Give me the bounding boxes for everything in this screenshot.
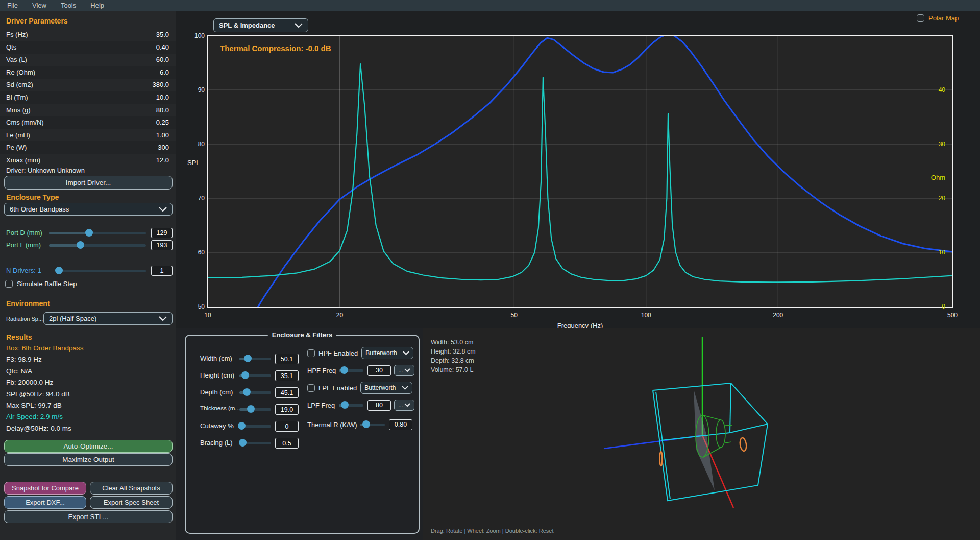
param-row-bl[interactable]: Bl (Tm)10.0 (0, 91, 176, 104)
clear-snapshots-button[interactable]: Clear All Snapshots (90, 482, 173, 495)
dim-slider[interactable] (239, 353, 271, 365)
dim-value[interactable]: 45.1 (275, 387, 299, 398)
param-label: Xmax (mm) (6, 156, 40, 164)
enclosure-3d-view[interactable]: Width: 53.0 cmHeight: 32.8 cmDepth: 32.8… (423, 328, 980, 540)
lpf-freq-slider[interactable] (339, 399, 363, 411)
dimension-info-line: Height: 32.8 cm (431, 347, 476, 356)
dim-value[interactable]: 19.0 (275, 404, 299, 415)
radiation-space-select[interactable]: 2pi (Half Space) (43, 312, 173, 325)
slider-thumb[interactable] (247, 405, 255, 413)
lpf-type-value: Butterworth (364, 384, 399, 391)
axis-tick: 90 (189, 86, 205, 93)
hpf-freq-slider[interactable] (339, 364, 363, 377)
param-row-xmax[interactable]: Xmax (mm)12.0 (0, 154, 176, 167)
maximize-output-button[interactable]: Maximize Output (4, 453, 173, 466)
dim-slider[interactable] (239, 403, 271, 415)
slider-thumb[interactable] (244, 355, 252, 362)
lpf-freq-row: LPF Freq 80 ... (307, 399, 414, 411)
slider-thumb[interactable] (341, 401, 349, 409)
dim-value[interactable]: 0 (275, 421, 299, 432)
slider-thumb[interactable] (241, 371, 249, 379)
param-row-fs[interactable]: Fs (Hz)35.0 (0, 28, 176, 41)
dim-value[interactable]: 0.5 (275, 438, 299, 449)
hpf-freq-value[interactable]: 30 (368, 365, 391, 376)
snapshot-compare-button[interactable]: Snapshot for Compare (4, 482, 86, 495)
chevron-down-icon (404, 368, 410, 372)
spl-impedance-chart[interactable]: Thermal Compression: -0.0 dB SPL Ohm Fre… (207, 35, 953, 308)
result-line: F3: 98.9 Hz (6, 356, 42, 363)
slider-thumb[interactable] (243, 388, 251, 396)
polar-map-row: Polar Map (917, 14, 959, 22)
lpf-enabled-label: LPF Enabled (318, 384, 357, 392)
environment-header: Environment (6, 299, 50, 308)
dim-value[interactable]: 50.1 (275, 354, 299, 364)
param-label: Mms (g) (6, 106, 31, 114)
menu-file[interactable]: File (7, 2, 18, 9)
lpf-enabled-checkbox[interactable] (307, 384, 315, 392)
driver-name-label: Driver: Unknown Unknown (6, 167, 85, 174)
export-dxf-button[interactable]: Export DXF... (4, 496, 86, 509)
axis-tick: 70 (189, 195, 205, 202)
port-l-row: Port L (mm) 193 (0, 239, 176, 251)
thermal-r-slider[interactable] (360, 418, 385, 431)
polar-map-checkbox[interactable] (917, 14, 924, 22)
param-row-re[interactable]: Re (Ohm)6.0 (0, 66, 176, 79)
hpf-slope-select[interactable]: ... (394, 365, 414, 376)
slider-thumb[interactable] (362, 420, 370, 428)
port-l-value[interactable]: 193 (151, 240, 173, 250)
baffle-step-checkbox[interactable] (5, 280, 13, 288)
param-row-mms[interactable]: Mms (g)80.0 (0, 104, 176, 116)
menu-tools[interactable]: Tools (61, 2, 76, 9)
param-label: Fs (Hz) (6, 31, 28, 38)
hpf-type-select[interactable]: Butterworth (361, 347, 413, 359)
export-spec-button[interactable]: Export Spec Sheet (90, 496, 173, 509)
export-stl-button[interactable]: Export STL... (4, 510, 173, 523)
panel-title: Enclosure & Filters (268, 331, 336, 339)
enclosure-filters-panel: Enclosure & Filters Width (cm)50.1Height… (185, 335, 420, 534)
dim-row-bracing: Bracing (L)0.5 (186, 437, 302, 449)
slider-thumb[interactable] (77, 241, 84, 249)
chart-view-select[interactable]: SPL & Impedance (213, 18, 308, 32)
lpf-type-select[interactable]: Butterworth (360, 382, 412, 394)
port-l-slider[interactable] (49, 239, 146, 251)
param-row-sd[interactable]: Sd (cm2)380.0 (0, 78, 176, 91)
port-d-slider[interactable] (49, 227, 146, 239)
n-drivers-slider[interactable] (57, 265, 146, 277)
dim-slider[interactable] (239, 420, 271, 432)
hpf-enabled-checkbox[interactable] (307, 349, 315, 357)
lpf-freq-value[interactable]: 80 (368, 400, 391, 411)
lpf-slope-select[interactable]: ... (394, 400, 414, 411)
slider-thumb[interactable] (239, 439, 247, 447)
hpf-freq-row: HPF Freq 30 ... (307, 364, 414, 377)
dim-slider[interactable] (239, 386, 271, 398)
left-sidebar: Driver Parameters Fs (Hz)35.0Qts0.40Vas … (0, 11, 176, 540)
slider-thumb[interactable] (340, 366, 348, 374)
slider-thumb[interactable] (55, 267, 63, 274)
thermal-r-value[interactable]: 0.80 (389, 419, 412, 430)
enclosure-type-select[interactable]: 6th Order Bandpass (4, 203, 173, 216)
param-value: 0.25 (156, 119, 169, 126)
slider-thumb[interactable] (85, 229, 93, 237)
auto-optimize-button[interactable]: Auto-Optimize... (4, 440, 173, 453)
param-row-pe[interactable]: Pe (W)300 (0, 141, 176, 154)
n-drivers-value[interactable]: 1 (151, 266, 173, 276)
slider-thumb[interactable] (238, 422, 246, 430)
param-label: Vas (L) (6, 56, 27, 63)
menu-view[interactable]: View (32, 2, 46, 9)
chevron-down-icon (295, 23, 303, 28)
param-row-vas[interactable]: Vas (L)60.0 (0, 53, 176, 66)
axis-tick: 0 (932, 303, 945, 310)
param-row-cms[interactable]: Cms (mm/N)0.25 (0, 116, 176, 129)
result-line: Air Speed: 2.9 m/s (6, 413, 63, 420)
dim-value[interactable]: 35.1 (275, 370, 299, 381)
dim-slider[interactable] (239, 437, 271, 449)
baffle-step-row: Simulate Baffle Step (5, 280, 77, 288)
param-row-qts[interactable]: Qts0.40 (0, 41, 176, 54)
port-d-value[interactable]: 129 (151, 228, 173, 238)
menu-help[interactable]: Help (90, 2, 104, 9)
param-row-le[interactable]: Le (mH)1.00 (0, 129, 176, 142)
port-d-label: Port D (mm) (6, 229, 42, 237)
dim-slider[interactable] (239, 369, 271, 382)
import-driver-button[interactable]: Import Driver... (4, 176, 173, 190)
param-label: Bl (Tm) (6, 93, 28, 101)
